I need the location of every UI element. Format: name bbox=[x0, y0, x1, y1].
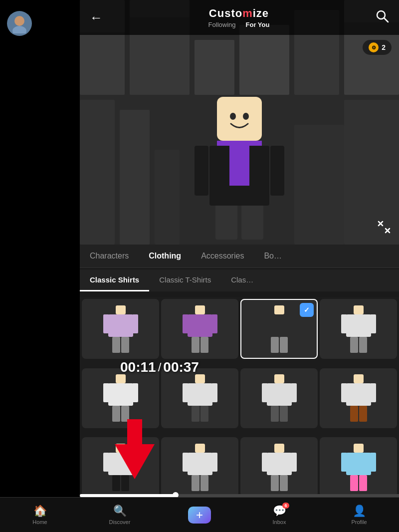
item-card-1[interactable] bbox=[82, 299, 159, 359]
svg-rect-78 bbox=[211, 453, 217, 472]
svg-rect-44 bbox=[359, 337, 367, 353]
svg-marker-93 bbox=[115, 419, 155, 479]
profile-icon: 👤 bbox=[353, 505, 366, 518]
svg-point-0 bbox=[14, 16, 24, 26]
svg-point-17 bbox=[230, 113, 236, 120]
svg-rect-41 bbox=[341, 314, 347, 333]
svg-rect-77 bbox=[183, 453, 189, 472]
svg-rect-64 bbox=[346, 383, 371, 406]
bottom-nav: 🏠 Home 🔍 Discover + 💬 6 Inbox 👤 Profile bbox=[0, 497, 399, 532]
item-card-4[interactable] bbox=[320, 299, 397, 359]
currency-badge[interactable]: ⚙ 2 bbox=[363, 40, 392, 55]
item-card-6[interactable] bbox=[161, 368, 238, 428]
svg-rect-47 bbox=[103, 383, 109, 402]
svg-rect-43 bbox=[350, 337, 358, 353]
svg-rect-79 bbox=[192, 475, 200, 491]
back-button[interactable]: ← bbox=[90, 10, 103, 25]
svg-rect-85 bbox=[271, 475, 279, 491]
item-card-10[interactable] bbox=[161, 437, 238, 497]
svg-rect-48 bbox=[132, 383, 138, 402]
svg-rect-58 bbox=[267, 383, 292, 406]
svg-rect-56 bbox=[200, 406, 208, 422]
video-timer: 00:11 / 00:37 bbox=[80, 359, 239, 375]
svg-rect-83 bbox=[262, 453, 268, 472]
cat-tab-characters[interactable]: Characters bbox=[80, 245, 139, 267]
left-sidebar bbox=[0, 0, 80, 532]
svg-rect-14 bbox=[155, 150, 180, 245]
svg-point-18 bbox=[243, 113, 249, 120]
tab-following[interactable]: Following bbox=[208, 21, 236, 28]
svg-rect-88 bbox=[346, 453, 371, 475]
svg-rect-3 bbox=[80, 30, 125, 95]
svg-rect-61 bbox=[271, 406, 279, 422]
svg-rect-57 bbox=[274, 374, 284, 383]
inbox-badge-container: 💬 6 bbox=[273, 505, 286, 518]
home-label: Home bbox=[32, 519, 47, 525]
svg-rect-38 bbox=[280, 337, 288, 353]
sub-tab-classic-tshirts[interactable]: Classic T-Shirts bbox=[149, 269, 221, 291]
svg-rect-84 bbox=[291, 453, 297, 472]
svg-rect-36 bbox=[291, 314, 297, 333]
create-icon: + bbox=[196, 508, 203, 522]
top-tabs: Following For You bbox=[208, 21, 270, 28]
avatar[interactable] bbox=[7, 11, 32, 36]
svg-rect-7 bbox=[195, 40, 234, 95]
minimize-button[interactable] bbox=[377, 220, 392, 237]
item-card-7[interactable] bbox=[240, 368, 318, 428]
currency-icon: ⚙ bbox=[369, 42, 379, 52]
cat-tab-accessories[interactable]: Accessories bbox=[191, 245, 254, 267]
svg-rect-89 bbox=[341, 453, 347, 472]
item-card-12[interactable] bbox=[320, 437, 397, 497]
svg-rect-46 bbox=[108, 383, 133, 406]
svg-rect-66 bbox=[370, 383, 376, 402]
svg-rect-26 bbox=[121, 337, 129, 353]
home-icon: 🏠 bbox=[33, 505, 47, 518]
svg-rect-16 bbox=[294, 125, 344, 245]
search-button[interactable] bbox=[375, 9, 389, 26]
currency-amount: 2 bbox=[382, 43, 386, 51]
item-card-2[interactable] bbox=[161, 299, 238, 359]
svg-rect-22 bbox=[108, 314, 133, 337]
svg-rect-42 bbox=[370, 314, 376, 333]
sub-tab-clas3[interactable]: Clas… bbox=[221, 269, 263, 291]
sub-tab-classic-shirts[interactable]: Classic Shirts bbox=[80, 269, 149, 291]
svg-rect-28 bbox=[188, 314, 212, 337]
svg-rect-40 bbox=[346, 314, 371, 337]
svg-rect-87 bbox=[354, 444, 364, 453]
svg-rect-32 bbox=[200, 337, 208, 353]
svg-rect-75 bbox=[195, 444, 205, 453]
nav-home[interactable]: 🏠 Home bbox=[0, 505, 80, 525]
top-bar: ← Customize Following For You bbox=[80, 0, 399, 35]
item-card-8[interactable] bbox=[320, 368, 397, 428]
svg-rect-86 bbox=[280, 475, 288, 491]
svg-rect-68 bbox=[359, 406, 367, 422]
create-plus-button[interactable]: + bbox=[188, 507, 211, 524]
svg-rect-90 bbox=[370, 453, 376, 472]
top-center: Customize Following For You bbox=[208, 7, 270, 28]
svg-rect-13 bbox=[120, 110, 150, 245]
tab-for-you[interactable]: For You bbox=[246, 21, 270, 28]
item-card-11[interactable] bbox=[240, 437, 318, 497]
svg-rect-67 bbox=[350, 406, 358, 422]
svg-rect-45 bbox=[116, 374, 126, 383]
cat-tab-clothing[interactable]: Clothing bbox=[139, 245, 191, 267]
svg-rect-23 bbox=[103, 314, 109, 333]
svg-rect-91 bbox=[350, 475, 358, 491]
svg-rect-92 bbox=[359, 475, 367, 491]
svg-rect-33 bbox=[274, 305, 284, 314]
svg-rect-52 bbox=[188, 383, 212, 406]
nav-create[interactable]: + bbox=[160, 507, 239, 524]
cat-tab-body[interactable]: Bo… bbox=[254, 245, 292, 267]
svg-rect-21 bbox=[116, 305, 126, 314]
timer-total: 00:37 bbox=[163, 359, 199, 375]
svg-rect-12 bbox=[80, 100, 115, 245]
item-card-3[interactable]: ✓ bbox=[240, 299, 318, 359]
discover-label: Discover bbox=[109, 519, 131, 525]
nav-inbox[interactable]: 💬 6 Inbox bbox=[239, 505, 319, 525]
nav-discover[interactable]: 🔍 Discover bbox=[80, 505, 160, 525]
svg-rect-39 bbox=[354, 305, 364, 314]
sub-tabs: Classic Shirts Classic T-Shirts Clas… bbox=[80, 269, 399, 291]
svg-rect-54 bbox=[211, 383, 217, 402]
svg-rect-34 bbox=[267, 314, 292, 337]
nav-profile[interactable]: 👤 Profile bbox=[319, 505, 399, 525]
